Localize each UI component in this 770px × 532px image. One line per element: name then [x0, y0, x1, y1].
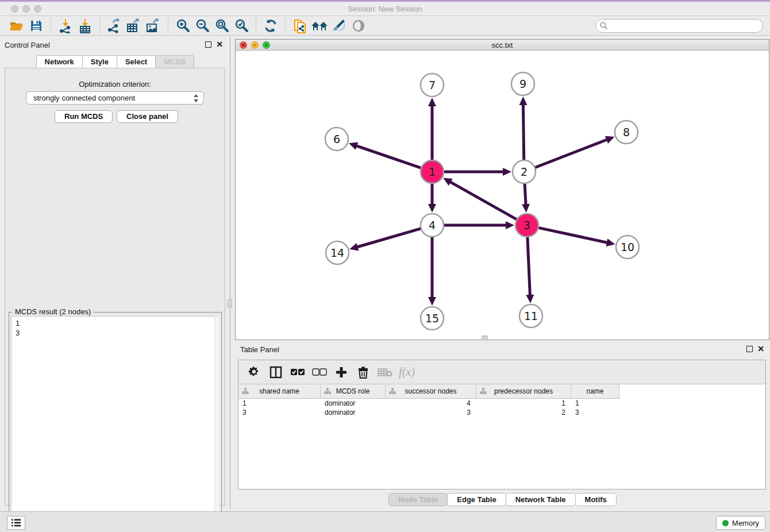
column-header-successor-nodes[interactable]: successor nodes: [386, 384, 476, 399]
node-table-container: f(x) shared nameMCDS rolesuccessor nodes…: [238, 360, 766, 489]
graph-edge-3-1[interactable]: [449, 182, 518, 220]
plus-icon: [335, 366, 348, 379]
graph-edge-arrowhead: [428, 204, 436, 213]
create-column-button[interactable]: [333, 364, 350, 381]
zoom-in-button[interactable]: [173, 17, 192, 34]
task-history-button[interactable]: [7, 516, 25, 530]
run-mcds-button[interactable]: Run MCDS: [55, 110, 113, 123]
network-hscrollbar-thumb[interactable]: [482, 336, 488, 339]
column-attribute-icon: [389, 388, 396, 395]
table-toolbar: f(x): [238, 360, 765, 384]
zoom-out-button[interactable]: [192, 17, 212, 34]
mcds-result-textarea[interactable]: 1 3: [11, 316, 220, 527]
graph-edge-2-9[interactable]: [523, 103, 523, 161]
delete-table-button: [376, 364, 394, 381]
graph-edge-arrowhead: [606, 238, 615, 246]
tab-style[interactable]: Style: [82, 55, 117, 68]
graph-edge-arrowhead: [428, 98, 436, 106]
select-all-columns-button[interactable]: [289, 364, 306, 381]
table-settings-button[interactable]: [245, 364, 263, 381]
main-toolbar: [0, 16, 770, 36]
apply-layout-button[interactable]: [261, 17, 280, 34]
zoom-selected-icon: [234, 18, 249, 33]
column-header-name[interactable]: name: [571, 384, 619, 399]
export-image-button[interactable]: [144, 17, 163, 34]
network-canvas[interactable]: 7968124314101511: [236, 51, 769, 340]
table-row[interactable]: 3dominator323: [238, 408, 765, 417]
optimization-criterion-select[interactable]: strongly connected component: [26, 91, 204, 105]
tab-network-table[interactable]: Network Table: [506, 493, 576, 506]
window-title: Session: New Session: [0, 5, 770, 13]
control-panel-tabs: NetworkStyleSelectMCDS: [0, 55, 230, 68]
tab-motifs[interactable]: Motifs: [575, 493, 617, 506]
zoom-fit-button[interactable]: [212, 17, 232, 34]
table-cell: 2: [476, 408, 571, 417]
network-window-titlebar[interactable]: ✕ − + scc.txt: [236, 40, 769, 51]
save-session-button[interactable]: [26, 17, 46, 34]
deselect-all-columns-button[interactable]: [311, 364, 328, 381]
toolbar-separator: [256, 18, 256, 34]
tab-edge-table[interactable]: Edge Table: [447, 493, 506, 506]
import-table-button[interactable]: [75, 17, 95, 34]
column-header-label: MCDS role: [336, 387, 370, 395]
home-button[interactable]: [310, 17, 329, 34]
table-cell: 3: [238, 408, 321, 417]
graph-edge-2-3[interactable]: [525, 182, 526, 206]
graph-edge-2-8[interactable]: [534, 139, 609, 168]
close-panel-icon[interactable]: ✕: [216, 40, 223, 49]
application-window: Session: New Session: [0, 0, 770, 532]
mcds-result-scrollbar[interactable]: [214, 316, 220, 527]
graph-edge-3-10[interactable]: [537, 228, 609, 243]
graph-node-label: 2: [521, 165, 528, 178]
mcds-panel: Optimization criterion: strongly connect…: [5, 68, 225, 506]
table-cell: 3: [386, 408, 476, 417]
export-network-button[interactable]: [105, 17, 124, 34]
export-table-icon: [126, 18, 142, 33]
delete-table-icon: [378, 367, 392, 377]
table-cell: 4: [386, 399, 476, 408]
column-header-shared-name[interactable]: shared name: [238, 384, 321, 399]
graph-node-label: 1: [429, 165, 436, 178]
show-graphics-details-button[interactable]: [329, 17, 349, 34]
graph-edge-arrowhead: [428, 297, 436, 306]
close-table-panel-icon[interactable]: ✕: [757, 344, 764, 353]
column-header-label: successor nodes: [405, 387, 456, 395]
graph-edge-1-6[interactable]: [355, 145, 422, 168]
panel-splitter-grip[interactable]: [228, 299, 232, 308]
float-panel-icon[interactable]: [205, 41, 211, 48]
float-table-panel-icon[interactable]: [746, 346, 753, 352]
zoom-selected-button[interactable]: [232, 17, 251, 34]
graph-edge-3-11[interactable]: [528, 236, 530, 296]
delete-column-button[interactable]: [355, 364, 372, 381]
graph-edge-4-14[interactable]: [356, 228, 422, 247]
close-panel-button[interactable]: Close panel: [117, 110, 178, 123]
network-graph: 7968124314101511: [236, 51, 769, 340]
table-cell: 3: [571, 408, 619, 417]
import-table-icon: [78, 18, 93, 33]
node-table-header: shared nameMCDS rolesuccessor nodesprede…: [238, 384, 619, 399]
column-header-label: predecessor nodes: [494, 387, 553, 395]
eye-icon: [351, 20, 367, 32]
list-icon: [11, 518, 21, 527]
memory-button[interactable]: Memory: [716, 516, 765, 530]
tab-network[interactable]: Network: [36, 55, 83, 68]
graph-edge-arrowhead: [349, 243, 359, 250]
import-network-button[interactable]: [56, 17, 75, 34]
table-cell: dominator: [321, 408, 386, 417]
open-session-button[interactable]: [7, 17, 26, 34]
tab-node-table[interactable]: Node Table: [388, 493, 448, 506]
graph-node-label: 4: [429, 219, 436, 232]
column-header-MCDS-role[interactable]: MCDS role: [321, 384, 386, 399]
column-header-predecessor-nodes[interactable]: predecessor nodes: [476, 384, 571, 399]
graph-edge-arrowhead: [503, 168, 511, 176]
tab-select[interactable]: Select: [117, 55, 156, 68]
tab-mcds[interactable]: MCDS: [155, 55, 194, 68]
table-cell: 1: [571, 399, 619, 408]
split-columns-button[interactable]: [267, 364, 284, 381]
duplicate-network-button[interactable]: [290, 17, 310, 34]
graph-node-label: 9: [519, 78, 526, 90]
graph-edge-arrowhead: [522, 204, 530, 213]
search-input[interactable]: [595, 19, 763, 33]
table-row[interactable]: 1dominator411: [238, 399, 765, 408]
export-table-button[interactable]: [124, 17, 144, 34]
